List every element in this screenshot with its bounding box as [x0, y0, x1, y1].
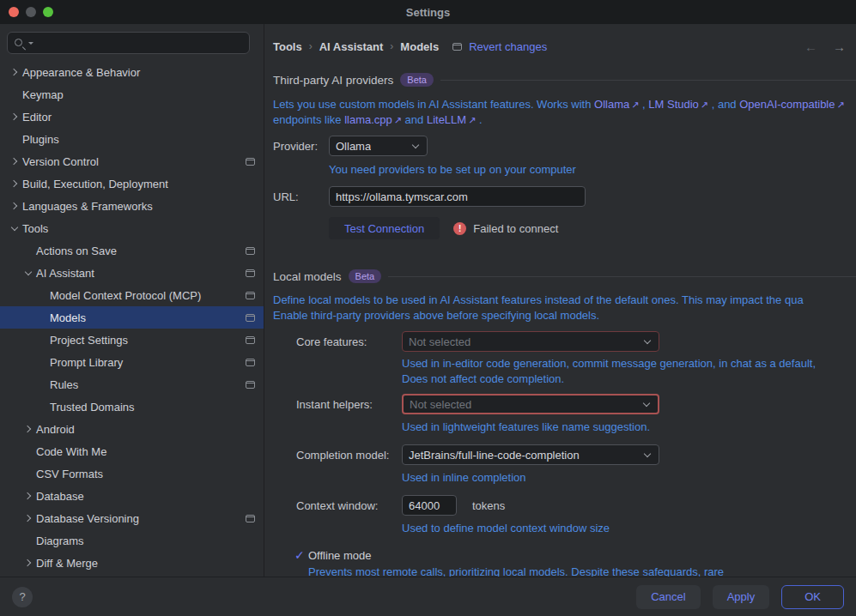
chevron-right-icon[interactable] — [7, 154, 22, 168]
chevron-down-icon[interactable] — [7, 221, 22, 235]
local-models-description-line1: Define local models to be used in AI Ass… — [273, 293, 856, 307]
external-link-lm-studio[interactable]: LM Studio↗ — [648, 98, 708, 111]
chevron-placeholder — [21, 244, 36, 257]
search-input[interactable] — [7, 32, 250, 54]
sidebar-item-project-settings[interactable]: Project Settings — [0, 329, 264, 351]
sidebar-item-label: Models — [50, 311, 86, 324]
zoom-window-button[interactable] — [43, 7, 53, 17]
sidebar-item-editor[interactable]: Editor — [0, 106, 264, 128]
sidebar-item-csv-formats[interactable]: CSV Formats — [0, 462, 264, 485]
chevron-down-icon — [641, 397, 652, 411]
chevron-right-icon[interactable] — [21, 511, 36, 525]
external-link-litellm[interactable]: LiteLLM↗ — [427, 113, 476, 126]
sidebar-item-actions-on-save[interactable]: Actions on Save — [0, 239, 264, 262]
beta-badge: Beta — [400, 73, 434, 87]
completion-model-select[interactable]: JetBrains/full-line-code-completion — [402, 444, 659, 465]
completion-model-selected-value: JetBrains/full-line-code-completion — [409, 449, 580, 462]
modified-settings-icon — [246, 336, 255, 344]
modified-settings-icon — [246, 158, 255, 166]
connection-status-text: Failed to connect — [473, 222, 558, 235]
sidebar-item-appearance-behavior[interactable]: Appearance & Behavior — [0, 61, 264, 83]
sidebar-item-model-context-protocol-mcp[interactable]: Model Context Protocol (MCP) — [0, 284, 264, 306]
breadcrumb-separator: › — [390, 40, 393, 52]
sidebar-item-keymap[interactable]: Keymap — [0, 83, 264, 106]
provider-row: Provider: Ollama — [273, 136, 856, 156]
sidebar-item-label: Trusted Domains — [50, 401, 135, 414]
sidebar-item-diff-merge[interactable]: Diff & Merge — [0, 552, 264, 574]
url-input[interactable] — [329, 186, 586, 207]
search-options-caret-icon[interactable] — [28, 42, 33, 45]
back-arrow-icon[interactable]: ← — [804, 39, 817, 54]
chevron-placeholder — [21, 534, 36, 547]
sidebar-item-diagrams[interactable]: Diagrams — [0, 529, 264, 552]
external-link-llama-cpp[interactable]: llama.cpp↗ — [344, 113, 402, 126]
chevron-right-icon[interactable] — [7, 199, 22, 213]
local-models-description: Define local models to be used in AI Ass… — [273, 293, 856, 323]
chevron-right-icon[interactable] — [21, 489, 36, 503]
search-icon — [14, 37, 26, 49]
sidebar-item-database-versioning[interactable]: Database Versioning — [0, 507, 264, 529]
offline-mode-hint: Prevents most remote calls, prioritizing… — [308, 565, 856, 577]
sidebar-item-database[interactable]: Database — [0, 485, 264, 507]
context-window-label: Context window: — [296, 499, 402, 512]
sidebar-item-label: Version Control — [22, 155, 99, 168]
test-connection-button[interactable]: Test Connection — [329, 217, 440, 239]
sidebar-item-code-with-me[interactable]: Code With Me — [0, 440, 264, 462]
help-button[interactable]: ? — [12, 587, 33, 607]
modified-settings-icon — [246, 381, 255, 389]
sidebar-item-trusted-domains[interactable]: Trusted Domains — [0, 396, 264, 418]
modified-settings-icon — [246, 359, 255, 366]
chevron-right-icon[interactable] — [7, 177, 22, 190]
breadcrumb-item-ai-assistant[interactable]: AI Assistant — [319, 40, 384, 53]
checkbox-checked-icon[interactable]: ✓ — [294, 548, 308, 562]
chevron-down-icon — [410, 139, 421, 153]
sidebar-item-models[interactable]: Models — [0, 306, 264, 329]
core-features-selected-value: Not selected — [409, 335, 470, 348]
cancel-button[interactable]: Cancel — [636, 585, 700, 609]
breadcrumb-separator: › — [309, 40, 313, 52]
provider-select[interactable]: Ollama — [329, 136, 428, 156]
chevron-down-icon[interactable] — [21, 266, 36, 280]
close-window-button[interactable] — [9, 7, 19, 17]
modified-settings-icon — [246, 292, 255, 299]
chevron-placeholder — [21, 444, 36, 458]
external-link-openai-compatible[interactable]: OpenAI-compatible↗ — [739, 98, 845, 111]
instant-helpers-label: Instant helpers: — [296, 398, 402, 411]
sidebar-item-plugins[interactable]: Plugins — [0, 128, 264, 150]
sidebar-item-languages-frameworks[interactable]: Languages & Frameworks — [0, 195, 264, 217]
context-window-input[interactable] — [402, 495, 457, 516]
sidebar-item-prompt-library[interactable]: Prompt Library — [0, 351, 264, 373]
completion-model-label: Completion model: — [296, 449, 402, 462]
chevron-right-icon[interactable] — [21, 422, 36, 436]
sidebar-item-android[interactable]: Android — [0, 418, 264, 440]
chevron-right-icon[interactable] — [21, 556, 36, 570]
context-window-hint: Used to define model context window size — [402, 522, 856, 535]
sidebar-item-build-execution-deployment[interactable]: Build, Execution, Deployment — [0, 172, 264, 195]
revert-changes-link[interactable]: Revert changes — [469, 40, 547, 53]
sidebar-item-rules[interactable]: Rules — [0, 373, 264, 396]
apply-button[interactable]: Apply — [713, 585, 770, 609]
ok-button[interactable]: OK — [781, 585, 844, 609]
external-link-ollama[interactable]: Ollama↗ — [594, 98, 639, 111]
forward-arrow-icon[interactable]: → — [833, 39, 846, 54]
breadcrumb-item-models[interactable]: Models — [400, 40, 439, 53]
section-divider — [440, 80, 856, 81]
external-link-icon: ↗ — [468, 115, 476, 125]
minimize-window-button[interactable] — [26, 7, 36, 17]
core-features-hint-line1: Used in in-editor code generation, commi… — [402, 357, 856, 371]
chevron-right-icon[interactable] — [7, 110, 22, 124]
chevron-right-icon[interactable] — [7, 65, 22, 79]
sidebar-item-version-control[interactable]: Version Control — [0, 150, 264, 172]
breadcrumb-item-tools[interactable]: Tools — [273, 40, 302, 53]
traffic-lights — [9, 7, 53, 17]
offline-mode-row[interactable]: ✓ Offline mode — [294, 547, 856, 564]
sidebar-item-label: Languages & Frameworks — [22, 200, 153, 213]
sidebar-item-ai-assistant[interactable]: AI Assistant — [0, 262, 264, 284]
titlebar: Settings — [0, 0, 856, 24]
core-features-select[interactable]: Not selected — [402, 331, 659, 352]
history-nav: ←→ — [804, 39, 846, 54]
chevron-placeholder — [34, 355, 50, 369]
sidebar-item-label: Database — [36, 490, 84, 503]
sidebar-item-tools[interactable]: Tools — [0, 217, 264, 239]
instant-helpers-select[interactable]: Not selected — [402, 394, 659, 414]
